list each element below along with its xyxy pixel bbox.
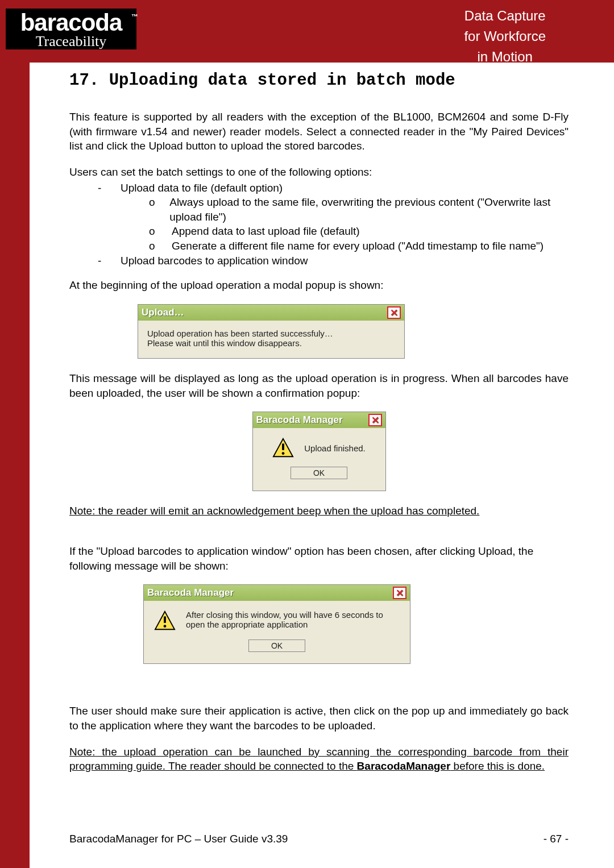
svg-point-5: [164, 625, 167, 628]
circle-bullet: o: [140, 239, 172, 254]
dialog-title: Upload…: [142, 307, 184, 318]
paragraph: At the beginning of the upload operation…: [69, 278, 569, 293]
tagline-line: Data Capture: [464, 6, 546, 26]
paragraph: Users can set the batch settings to one …: [69, 165, 569, 180]
close-icon[interactable]: ✕: [393, 587, 406, 599]
dash-bullet: -: [89, 181, 121, 196]
close-icon[interactable]: ✕: [387, 306, 401, 319]
app-window-dialog: Baracoda Manager ✕ After closing this wi…: [143, 584, 410, 664]
dash-bullet: -: [89, 254, 121, 268]
tagline-line: for Workforce: [464, 26, 546, 47]
list-item: o Always upload to the same file, overwr…: [140, 195, 569, 224]
side-band: [0, 63, 30, 868]
upload-progress-dialog: Upload… ✕ Upload operation has been star…: [138, 304, 405, 359]
circle-bullet: o: [140, 224, 172, 239]
footer-doc-title: BaracodaManager for PC – User Guide v3.3…: [69, 833, 288, 845]
paragraph: If the "Upload barcodes to application w…: [69, 544, 569, 573]
dialog-body: Upload operation has been started succes…: [138, 321, 404, 358]
ok-button[interactable]: OK: [291, 467, 347, 479]
dialog-titlebar: Upload… ✕: [138, 305, 404, 321]
page-footer: BaracodaManager for PC – User Guide v3.3…: [69, 833, 569, 845]
paragraph: The user should make sure their applicat…: [69, 704, 569, 733]
dialog-text: Please wait until this window disappears…: [147, 338, 395, 348]
circle-bullet: o: [140, 195, 169, 224]
close-icon[interactable]: ✕: [368, 414, 382, 426]
svg-point-2: [282, 452, 285, 455]
brand-logo: baracoda™ Traceability: [6, 9, 136, 49]
section-number: 17.: [69, 71, 99, 90]
upload-finished-dialog: Baracoda Manager ✕ Upload finished. OK: [252, 412, 386, 491]
svg-rect-1: [282, 444, 284, 450]
note-part: before this is done.: [450, 760, 545, 772]
list-text: Upload data to file (default option): [121, 181, 283, 196]
dialog-text: Upload operation has been started succes…: [147, 329, 395, 338]
ok-button[interactable]: OK: [248, 639, 305, 652]
note-bold: BaracodaManager: [357, 760, 451, 772]
list-text: Always upload to the same file, overwrit…: [169, 195, 569, 224]
warning-icon: [272, 437, 294, 459]
dialog-title: Baracoda Manager: [147, 587, 234, 599]
sub-list: o Always upload to the same file, overwr…: [140, 195, 569, 254]
dialog-title: Baracoda Manager: [256, 414, 343, 426]
list-text: Append data to last upload file (default…: [172, 224, 360, 239]
list-item: - Upload barcodes to application window: [89, 254, 569, 268]
trademark-symbol: ™: [131, 13, 138, 20]
note-text: Note: the upload operation can be launch…: [69, 745, 569, 774]
dialog-body: After closing this window, you will have…: [144, 601, 410, 663]
list-text: Generate a different file name for every…: [172, 239, 544, 254]
section-heading: 17. Uploading data stored in batch mode: [69, 71, 569, 90]
paragraph: This message will be displayed as long a…: [69, 371, 569, 400]
list-item: o Append data to last upload file (defau…: [140, 224, 569, 239]
dialog-body: Upload finished. OK: [253, 428, 385, 491]
list-item: - Upload data to file (default option): [89, 181, 569, 196]
header-tagline: Data Capture for Workforce in Motion: [464, 6, 546, 67]
list-text: Upload barcodes to application window: [121, 254, 308, 268]
dialog-text: After closing this window, you will have…: [186, 610, 400, 629]
list-item: o Generate a different file name for eve…: [140, 239, 569, 254]
dialog-titlebar: Baracoda Manager ✕: [253, 412, 385, 428]
brand-name: baracoda: [20, 9, 122, 36]
section-title: Uploading data stored in batch mode: [109, 71, 455, 90]
brand-subtitle: Traceability: [6, 35, 136, 48]
paragraph: This feature is supported by all readers…: [69, 110, 569, 153]
note-text: Note: the reader will emit an acknowledg…: [69, 504, 569, 518]
dialog-text: Upload finished.: [304, 443, 366, 453]
bullet-list: - Upload data to file (default option) o…: [89, 181, 569, 268]
dialog-titlebar: Baracoda Manager ✕: [144, 585, 410, 601]
warning-icon: [154, 610, 176, 632]
svg-rect-4: [164, 617, 166, 623]
page-content: 17. Uploading data stored in batch mode …: [30, 63, 614, 868]
footer-page-number: - 67 -: [544, 833, 569, 845]
